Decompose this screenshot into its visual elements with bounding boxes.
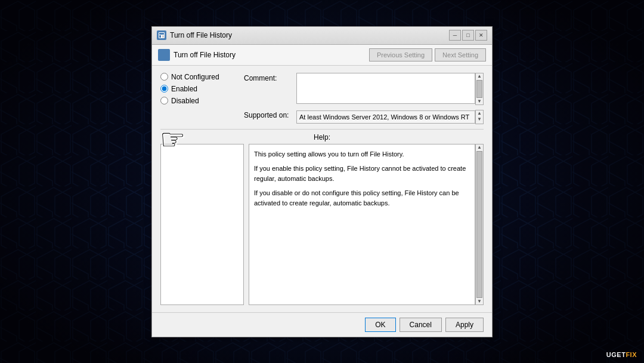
- disabled-radio-item[interactable]: Disabled: [160, 97, 244, 105]
- help-content-wrapper: This policy setting allows you to turn o…: [160, 144, 484, 305]
- watermark: UGETFIX: [606, 351, 637, 358]
- help-scroll-thumb: [476, 151, 482, 298]
- disabled-radio[interactable]: [160, 97, 168, 104]
- title-bar: Turn off File History ─ □ ✕: [152, 27, 492, 45]
- watermark-prefix: UGET: [606, 351, 626, 358]
- help-para-1: This policy setting allows you to turn o…: [254, 149, 470, 159]
- help-section: Help: This policy setting allows you to …: [160, 129, 484, 305]
- not-configured-radio-item[interactable]: Not Configured: [160, 73, 244, 81]
- sub-header-left: Turn off File History: [158, 49, 236, 61]
- ok-button[interactable]: OK: [365, 318, 395, 332]
- footer: OK Cancel Apply: [152, 312, 492, 337]
- sub-header: Turn off File History Previous Setting N…: [152, 45, 492, 66]
- sub-header-icon: [158, 49, 170, 61]
- enabled-radio-item[interactable]: Enabled: [160, 85, 244, 93]
- not-configured-radio[interactable]: [160, 73, 168, 81]
- comment-label: Comment:: [244, 73, 292, 82]
- main-grid: Not Configured Enabled Disabled Comment:: [160, 73, 484, 124]
- svg-rect-7: [159, 33, 164, 35]
- help-scroll-down: ▼: [476, 299, 482, 304]
- scroll-thumb: [476, 80, 482, 98]
- comment-scrollbar[interactable]: ▲ ▼: [475, 73, 484, 105]
- comment-row: Comment: ▲ ▼: [244, 73, 484, 105]
- help-para-2: If you enable this policy setting, File …: [254, 164, 470, 183]
- cancel-button[interactable]: Cancel: [400, 318, 442, 332]
- next-setting-button[interactable]: Next Setting: [435, 48, 486, 61]
- supported-label: Supported on:: [244, 110, 292, 119]
- disabled-label: Disabled: [171, 97, 199, 105]
- not-configured-label: Not Configured: [171, 73, 219, 81]
- close-button[interactable]: ✕: [475, 30, 487, 41]
- help-text-area: This policy setting allows you to turn o…: [249, 144, 475, 305]
- supported-row: Supported on: At least Windows Server 20…: [244, 110, 484, 124]
- enabled-label: Enabled: [171, 85, 197, 93]
- window-title: Turn off File History: [170, 31, 449, 39]
- left-panel: Not Configured Enabled Disabled: [160, 73, 244, 124]
- enabled-radio[interactable]: [160, 85, 168, 93]
- minimize-button[interactable]: ─: [449, 30, 461, 41]
- title-bar-controls: ─ □ ✕: [449, 30, 487, 41]
- help-para-3: If you disable or do not configure this …: [254, 188, 470, 208]
- sub-header-buttons: Previous Setting Next Setting: [369, 48, 486, 61]
- prev-setting-button[interactable]: Previous Setting: [369, 48, 432, 61]
- scroll-up-arrow: ▲: [476, 73, 482, 79]
- sup-scroll-down: ▼: [476, 116, 482, 122]
- help-right-panel: This policy setting allows you to turn o…: [249, 144, 484, 305]
- apply-button[interactable]: Apply: [445, 318, 484, 332]
- window-icon: [157, 30, 166, 40]
- maximize-button[interactable]: □: [462, 30, 474, 41]
- watermark-suffix: FIX: [626, 351, 637, 358]
- scroll-down-arrow: ▼: [476, 99, 482, 104]
- svg-rect-9: [162, 35, 164, 38]
- sub-header-title: Turn off File History: [174, 51, 236, 59]
- svg-rect-8: [159, 35, 161, 38]
- help-label: Help:: [160, 133, 484, 141]
- supported-value-text: At least Windows Server 2012, Windows 8 …: [299, 113, 469, 121]
- supported-value-field: At least Windows Server 2012, Windows 8 …: [296, 110, 475, 124]
- help-scroll-up: ▲: [476, 144, 482, 150]
- right-panel: Comment: ▲ ▼ Supported on: At: [244, 73, 484, 124]
- main-window: Turn off File History ─ □ ✕ Turn off Fil…: [151, 26, 493, 337]
- content-area: Not Configured Enabled Disabled Comment:: [152, 66, 492, 312]
- help-scrollbar[interactable]: ▲ ▼: [475, 144, 484, 305]
- help-left-panel: [160, 144, 244, 305]
- comment-textarea[interactable]: [296, 73, 475, 104]
- radio-group: Not Configured Enabled Disabled: [160, 73, 244, 105]
- sup-scroll-up: ▲: [476, 110, 482, 116]
- supported-scrollbar[interactable]: ▲ ▼: [475, 110, 484, 124]
